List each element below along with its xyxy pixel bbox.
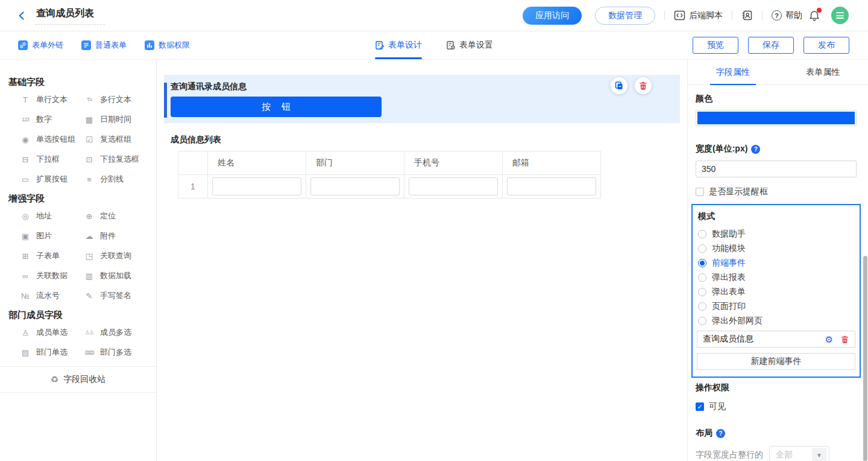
cell-input-email[interactable]	[507, 177, 596, 196]
palette-field-item[interactable]: ♙ 成员单选	[19, 327, 83, 338]
button-widget-selected[interactable]: 查询通讯录成员信息 按 钮	[164, 75, 680, 123]
palette-field-item[interactable]: ⊕ 定位	[83, 211, 147, 221]
color-picker[interactable]	[696, 110, 857, 126]
palette-field-item[interactable]: T≡ 多行文本	[83, 94, 147, 105]
copy-widget-button[interactable]	[611, 77, 627, 94]
tab-form-properties[interactable]: 表单属性	[778, 60, 868, 84]
delete-widget-button[interactable]	[635, 77, 652, 94]
column-header-department: 部门	[306, 151, 404, 175]
palette-field-item[interactable]: ▤ 部门单选	[19, 347, 83, 358]
data-permission-link[interactable]: 数据权限	[145, 40, 190, 51]
palette-field-item[interactable]: ▣ 图片	[19, 230, 83, 241]
mode-title: 模式	[698, 211, 855, 222]
field-type-label: 地址	[36, 211, 52, 221]
cell-input-phone[interactable]	[409, 177, 498, 196]
app-access-button[interactable]: 应用访问	[523, 7, 582, 25]
recycle-icon: ♻	[51, 374, 58, 385]
column-header-phone: 手机号	[404, 151, 503, 175]
field-type-label: 单选按钮组	[36, 134, 75, 145]
back-button[interactable]	[14, 8, 29, 23]
palette-field-item[interactable]: ⊟ 下拉框	[19, 154, 83, 165]
palette-field-item[interactable]: ◎ 地址	[19, 211, 83, 221]
field-type-label: 图片	[36, 230, 52, 241]
form-button-preview[interactable]: 按 钮	[171, 97, 382, 117]
action-button[interactable]: 发布	[804, 37, 849, 54]
tab-field-properties[interactable]: 字段属性	[688, 60, 778, 84]
mode-radio-option[interactable]: 前端事件	[697, 256, 855, 270]
address-book-icon	[741, 10, 753, 21]
cell-input-department[interactable]	[310, 177, 400, 196]
mode-radio-option[interactable]: 弹出表单	[697, 285, 855, 299]
palette-field-item[interactable]: ▭ 扩展按钮	[19, 174, 83, 185]
avatar[interactable]	[831, 7, 849, 24]
help-label: 帮助	[785, 10, 802, 21]
mode-section-highlighted: 模式 数据助手 功能模块 前端事件	[691, 204, 861, 378]
palette-field-item[interactable]: ✎ 手写签名	[83, 290, 147, 301]
palette-grid: ♙ 成员单选 ♙♙ 成员多选 ▤ 部门单选 ▤▤ 部门多选	[0, 327, 156, 358]
mode-radio-option[interactable]: 功能模块	[697, 241, 855, 256]
subform-widget[interactable]: 成员信息列表 姓名 部门 手机号 邮箱 1	[164, 135, 680, 199]
palette-field-item[interactable]: ◳ 关联查询	[83, 250, 147, 261]
palette-field-item[interactable]: ☁ 附件	[83, 230, 147, 241]
cell-input-name[interactable]	[212, 177, 301, 196]
palette-field-item[interactable]: 123 数字	[19, 114, 83, 125]
subform-data-row: 1	[178, 175, 601, 199]
layout-width-select[interactable]: 全部 ▼	[769, 446, 829, 461]
palette-section-title: 增强字段	[8, 193, 156, 205]
width-help-icon[interactable]: ?	[751, 145, 760, 154]
palette-section-enhanced: 增强字段 ◎ 地址 ⊕ 定位 ▣ 图片 ☁	[0, 193, 156, 301]
data-manage-button[interactable]: 数据管理	[595, 7, 655, 25]
help-button[interactable]: ? 帮助	[772, 10, 802, 21]
form-design-icon	[375, 40, 385, 50]
field-type-icon: T≡	[83, 97, 95, 103]
palette-field-item[interactable]: ♙♙ 成员多选	[83, 327, 147, 338]
mode-option-label: 弹出外部网页	[712, 316, 763, 326]
field-type-label: 下拉复选框	[100, 154, 139, 165]
color-label: 颜色	[696, 94, 857, 104]
palette-field-item[interactable]: № 流水号	[19, 290, 83, 301]
data-permission-icon	[145, 40, 154, 50]
layout-help-icon[interactable]: ?	[716, 429, 725, 438]
palette-field-item[interactable]: ▥ 数据加载	[83, 270, 147, 281]
tab-form-settings[interactable]: 表单设置	[446, 31, 493, 59]
visible-checkbox-row[interactable]: ✓ 可见	[696, 401, 857, 412]
backend-script-button[interactable]: 后端脚本	[674, 10, 723, 21]
action-button[interactable]: 保存	[748, 37, 794, 54]
event-delete-trash-icon[interactable]	[840, 335, 849, 344]
tab-form-design[interactable]: 表单设计	[375, 31, 422, 59]
palette-field-item[interactable]: ⊞ 子表单	[19, 250, 83, 261]
mode-radio-option[interactable]: 数据助手	[697, 227, 855, 241]
palette-field-item[interactable]: ◉ 单选按钮组	[19, 134, 83, 145]
field-type-icon: ▭	[19, 175, 31, 184]
palette-field-item[interactable]: ☑ 复选框组	[83, 134, 147, 145]
palette-field-item[interactable]: ⊡ 下拉复选框	[83, 154, 147, 165]
palette-field-item[interactable]: T 单行文本	[19, 94, 83, 105]
action-button[interactable]: 预览	[693, 37, 738, 54]
mode-radio-option[interactable]: 弹出外部网页	[697, 314, 855, 328]
widget-actions	[611, 77, 652, 94]
palette-field-item[interactable]: ▤▤ 部门多选	[83, 347, 147, 358]
show-alert-checkbox-row[interactable]: 是否显示提醒框	[696, 186, 857, 197]
notification-button[interactable]	[808, 10, 820, 22]
scrollbar-thumb[interactable]	[863, 256, 867, 461]
event-settings-gear-icon[interactable]: ⚙	[825, 335, 833, 344]
form-external-link[interactable]: 表单外链	[18, 40, 63, 51]
palette-field-item[interactable]: ∞ 关联数据	[19, 270, 83, 281]
palette-field-item[interactable]: ▦ 日期时间	[83, 114, 147, 125]
field-type-label: 数字	[36, 114, 52, 125]
mode-radio-option[interactable]: 弹出报表	[697, 270, 855, 285]
page-title[interactable]: 查询成员列表	[35, 6, 105, 25]
field-recycle-bin[interactable]: ♻ 字段回收站	[0, 366, 156, 393]
frontend-event-row[interactable]: 查询成员信息 ⚙	[697, 331, 855, 348]
layout-row-label: 字段宽度占整行的	[696, 450, 763, 460]
normal-form-link[interactable]: 普通表单	[81, 40, 127, 51]
visible-label: 可见	[709, 401, 726, 412]
mode-radio-option[interactable]: 页面打印	[697, 299, 855, 314]
main-area: 基础字段 T 单行文本 T≡ 多行文本 123 数字 ▦	[0, 60, 868, 461]
width-input[interactable]	[696, 161, 857, 177]
palette-field-item[interactable]: ≡ 分割线	[83, 174, 147, 185]
new-frontend-event-button[interactable]: 新建前端事件	[697, 353, 855, 370]
sub-toolbar: 表单外链 普通表单 数据权限 表单设计 表单设置 预览保存发布	[0, 31, 868, 60]
address-book-button[interactable]	[741, 10, 753, 21]
palette-grid: ◎ 地址 ⊕ 定位 ▣ 图片 ☁ 附件 ⊞	[0, 211, 156, 301]
